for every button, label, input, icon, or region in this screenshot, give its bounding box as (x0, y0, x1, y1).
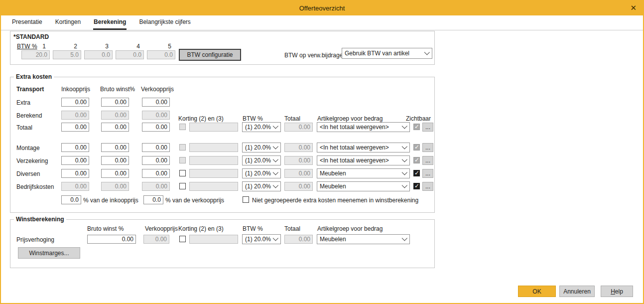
more-button[interactable]: ... (422, 182, 433, 191)
pct-verkoopprijs-field[interactable]: 0.0 (143, 195, 163, 204)
btw-select[interactable]: (1) 20.0% (242, 155, 281, 165)
inkoopprijs-field[interactable]: 0.00 (61, 123, 89, 132)
btw-value-field: 0.0 (84, 50, 113, 59)
korting-checkbox[interactable] (179, 236, 186, 242)
pct-inkoopprijs-field[interactable]: 0.0 (61, 195, 81, 204)
korting-checkbox (179, 157, 186, 163)
row-montage: Montage 0.00 0.00 0.00 (1) 20.0% 0.00 <I… (10, 143, 435, 154)
bruto-winst-field[interactable]: 0.00 (101, 98, 129, 107)
korting-field (189, 235, 238, 244)
chevron-down-icon (402, 235, 407, 241)
offerteoverzicht-dialog: Offerteoverzicht ✕ Presentatie Kortingen… (0, 0, 644, 304)
btw-select-value: (1) 20.0% (245, 124, 272, 131)
artikelgroep-select-value: Meubelen (320, 170, 401, 177)
more-button[interactable]: ... (422, 143, 433, 152)
verkoopprijs-field[interactable]: 0.00 (142, 169, 170, 178)
header-bruto-winst: Bruto winst% (100, 86, 135, 93)
bruto-winst-field[interactable]: 0.00 (87, 235, 136, 244)
verkoopprijs-field: 0.00 (142, 182, 170, 191)
bruto-winst-field: 0.00 (101, 182, 129, 191)
totaal-field: 0.00 (284, 156, 313, 165)
row-label: Totaal (16, 124, 32, 131)
tab-kortingen[interactable]: Kortingen (55, 15, 81, 30)
bruto-winst-field[interactable]: 0.00 (101, 156, 129, 165)
more-button[interactable]: ... (422, 156, 433, 165)
ok-button[interactable]: OK (518, 286, 556, 297)
chevron-down-icon (273, 123, 278, 129)
bruto-winst-field[interactable]: 0.00 (101, 123, 129, 132)
row-label: Prijsverhoging (16, 236, 54, 243)
row-label: Extra (16, 99, 30, 106)
inkoopprijs-field[interactable]: 0.00 (61, 169, 89, 178)
bruto-winst-field[interactable]: 0.00 (101, 143, 129, 152)
niet-gegroepeerd-label: Niet gegroepeerde extra kosten meenemen … (252, 197, 418, 204)
header-transport: Transport (16, 86, 44, 93)
row-extra: Extra 0.00 0.00 0.00 (10, 98, 435, 109)
btw-select[interactable]: (1) 20.0% (242, 234, 281, 244)
header-verkoopprijs: Verkoopprijs (145, 225, 178, 232)
standard-legend: *STANDARD (13, 33, 49, 40)
header-inkoopprijs: Inkoopprijs (61, 86, 90, 93)
inkoopprijs-field[interactable]: 0.00 (61, 143, 89, 152)
tab-presentatie[interactable]: Presentatie (11, 15, 43, 30)
verkoopprijs-field[interactable]: 0.00 (142, 98, 170, 107)
artikelgroep-select-value: Meubelen (320, 236, 401, 243)
header-korting: Korting (2) en (3) (178, 115, 224, 122)
header-artikelgroep: Artikelgroep voor bedrag (317, 225, 383, 232)
row-totaal: Totaal 0.00 0.00 0.00 (1) 20.0% 0.00 <In… (10, 123, 435, 134)
zichtbaar-checkbox[interactable] (413, 183, 420, 189)
btw-select[interactable]: (1) 20.0% (242, 181, 281, 191)
verkoopprijs-field[interactable]: 0.00 (142, 143, 170, 152)
artikelgroep-select[interactable]: <In het totaal weergeven> (317, 143, 410, 152)
artikelgroep-select[interactable]: Meubelen (317, 181, 410, 191)
artikelgroep-select-value: <In het totaal weergeven> (320, 124, 401, 131)
verkoopprijs-field[interactable]: 0.00 (142, 156, 170, 165)
artikelgroep-select[interactable]: <In het totaal weergeven> (317, 122, 410, 132)
btw-verw-bijdrage-select[interactable]: Gebruik BTW van artikel (342, 48, 432, 59)
niet-gegroepeerd-checkbox[interactable] (243, 196, 249, 203)
annuleren-button[interactable]: Annuleren (559, 286, 595, 297)
chevron-down-icon (273, 156, 278, 162)
verkoopprijs-field[interactable]: 0.00 (142, 123, 170, 132)
inkoopprijs-field[interactable]: 0.00 (61, 156, 89, 165)
btw-column-number: 2 (53, 43, 81, 50)
row-label: Verzekering (16, 157, 48, 164)
help-button[interactable]: Help (601, 286, 633, 297)
btw-value-field: 0.0 (147, 50, 175, 59)
btw-value-field: 20.0 (21, 50, 50, 59)
btw-select[interactable]: (1) 20.0% (242, 143, 281, 152)
korting-checkbox[interactable] (179, 170, 186, 176)
tab-berekening[interactable]: Berekening (93, 15, 127, 30)
more-button[interactable]: ... (422, 123, 433, 132)
totaal-field: 0.00 (284, 235, 313, 244)
zichtbaar-checkbox[interactable] (413, 170, 420, 176)
header-bruto-winst: Bruto winst % (87, 225, 124, 232)
tab-bar: Presentatie Kortingen Berekening Belangr… (1, 15, 643, 30)
btw-configuratie-button[interactable]: BTW configuratie (179, 49, 241, 61)
artikelgroep-select[interactable]: Meubelen (317, 234, 410, 244)
header-totaal: Totaal (284, 225, 300, 232)
artikelgroep-select-value: <In het totaal weergeven> (320, 144, 401, 151)
btw-value-field: 0.0 (116, 50, 144, 59)
korting-field (189, 143, 238, 152)
bruto-winst-field[interactable]: 0.00 (101, 169, 129, 178)
standard-groupbox: *STANDARD BTW % 1 2 3 4 5 20.0 5.0 0.0 0… (10, 31, 435, 65)
artikelgroep-select[interactable]: <In het totaal weergeven> (317, 155, 410, 165)
tab-belangrijkste-cijfers[interactable]: Belangrijkste cijfers (138, 15, 191, 30)
close-icon[interactable]: ✕ (630, 4, 637, 11)
more-button[interactable]: ... (422, 169, 433, 178)
btw-select[interactable]: (1) 20.0% (242, 122, 281, 132)
btw-column-number: 4 (116, 43, 144, 50)
artikelgroep-select-value: <In het totaal weergeven> (320, 157, 401, 164)
artikelgroep-select[interactable]: Meubelen (317, 168, 410, 178)
inkoopprijs-field[interactable]: 0.00 (61, 98, 89, 107)
winstmarges-button[interactable]: Winstmarges... (18, 247, 80, 259)
header-btw: BTW % (243, 115, 263, 122)
chevron-down-icon (402, 144, 407, 149)
totaal-field: 0.00 (284, 169, 313, 178)
btw-select[interactable]: (1) 20.0% (242, 168, 281, 178)
chevron-down-icon (273, 169, 278, 175)
korting-checkbox[interactable] (179, 183, 186, 189)
row-prijsverhoging: Prijsverhoging 0.00 0.00 (1) 20.0% 0.00 … (10, 235, 435, 246)
row-verzekering: Verzekering 0.00 0.00 0.00 (1) 20.0% 0.0… (10, 156, 435, 167)
